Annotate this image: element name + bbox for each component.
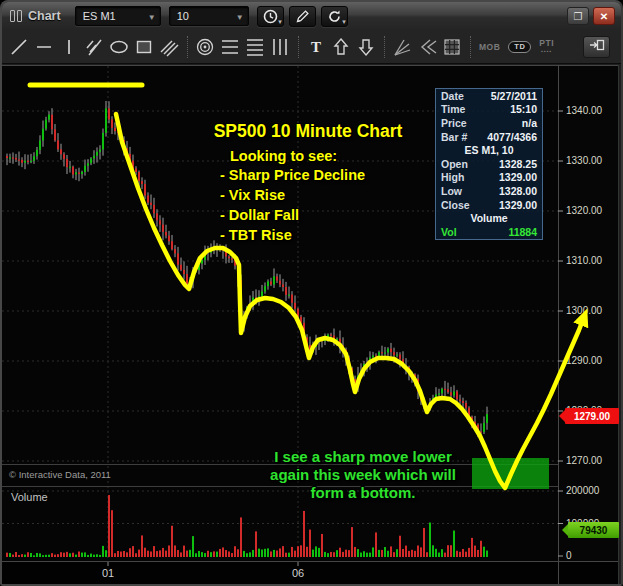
gann-fan-tool[interactable] xyxy=(390,35,413,59)
price-axis-label: 1310.00 xyxy=(566,255,602,266)
fib-retracement-icon xyxy=(219,36,241,58)
fib-timezones-icon xyxy=(269,36,291,58)
fib-fan-tool[interactable] xyxy=(415,35,438,59)
panel-field: Low1328.00 xyxy=(436,184,542,198)
mob-tool-icon: MOB xyxy=(479,43,500,51)
horizontal-line-icon xyxy=(33,36,55,58)
last-volume-tag: 79430 xyxy=(568,522,619,538)
price-axis-label: 1300.00 xyxy=(566,305,602,316)
gann-fan-icon xyxy=(391,36,413,58)
drawing-toolbar: TMOBTDPTI▪▪▪▪ xyxy=(2,30,621,64)
td-indicator[interactable]: TD xyxy=(505,35,534,59)
fib-circles-icon xyxy=(194,36,216,58)
pencil-icon xyxy=(295,9,310,24)
arrow-up-tool[interactable] xyxy=(329,35,352,59)
draw-button[interactable] xyxy=(289,6,316,27)
window-panes-icon xyxy=(10,10,22,22)
annotation-bullet: - Dollar Fall xyxy=(220,205,365,225)
price-axis-label: 1330.00 xyxy=(566,155,602,166)
rectangle-icon xyxy=(133,36,155,58)
interval-value: 10 xyxy=(177,10,189,22)
symbol-value: ES M1 xyxy=(83,10,116,22)
rectangle-tool[interactable] xyxy=(132,35,155,59)
symbol-dropdown[interactable]: ES M1 ▼ xyxy=(75,6,161,26)
chevron-down-icon: ▾ xyxy=(278,18,282,26)
text-tool-icon: T xyxy=(305,36,327,58)
arrow-down-tool[interactable] xyxy=(354,35,377,59)
chevron-down-icon: ▾ xyxy=(342,18,346,26)
panel-section-header: Volume xyxy=(436,211,542,225)
text-tool-tool[interactable]: T xyxy=(304,35,327,59)
time-axis-label: 06 xyxy=(286,567,310,579)
mob-tool[interactable]: MOB xyxy=(476,35,503,59)
arrow-down-icon xyxy=(355,36,377,58)
pitchfork-icon xyxy=(83,36,105,58)
annotation-headline: SP500 10 Minute Chart xyxy=(152,121,464,142)
pitchfork-tool[interactable] xyxy=(82,35,105,59)
chart-content: 1340.001330.001320.001310.001300.001290.… xyxy=(2,64,621,584)
horizontal-line-tool[interactable] xyxy=(32,35,55,59)
pti-tool-icon: PTI xyxy=(539,39,554,47)
panel-field: Date5/27/2011 xyxy=(436,89,542,103)
chevron-down-icon: ▼ xyxy=(148,13,156,22)
grid-tool[interactable] xyxy=(440,35,463,59)
refresh-icon xyxy=(327,9,342,24)
speed-lines-icon xyxy=(244,36,266,58)
close-icon: ✕ xyxy=(600,11,608,22)
green-note-line: again this week which will xyxy=(232,466,494,484)
volume-axis-label: 200000 xyxy=(566,485,599,496)
trendline-icon xyxy=(8,36,30,58)
fib-retracement-tool[interactable] xyxy=(218,35,241,59)
time-settings-button[interactable]: ▾ xyxy=(257,6,284,27)
panel-field: High1329.00 xyxy=(436,171,542,185)
pin-chart-button[interactable] xyxy=(583,36,610,58)
annotation-green-note: I see a sharp move loweragain this week … xyxy=(232,448,494,502)
time-axis-label: 01 xyxy=(96,567,120,579)
close-window-button[interactable]: ✕ xyxy=(593,7,615,25)
price-axis-label: 1290.00 xyxy=(566,355,602,366)
ellipse-tool[interactable] xyxy=(107,35,130,59)
quote-data-panel: Date5/27/2011Time15:10Pricen/aBar #4077/… xyxy=(435,88,543,240)
restore-window-button[interactable]: ❐ xyxy=(567,7,589,25)
trendline-tool[interactable] xyxy=(7,35,30,59)
pti-tool[interactable]: PTI▪▪▪▪ xyxy=(536,35,557,59)
toolbar-divider xyxy=(298,36,299,58)
annotation-subheading: Looking to see: xyxy=(230,148,337,164)
grid-icon xyxy=(441,36,463,58)
pin-window-icon xyxy=(589,38,605,56)
parallel-lines-tool[interactable] xyxy=(157,35,180,59)
panel-field: Time15:10 xyxy=(436,103,542,117)
panel-field: Open1328.25 xyxy=(436,157,542,171)
toolbar-divider xyxy=(470,36,471,58)
window-title: Chart xyxy=(28,9,61,23)
panel-field: Close1329.00 xyxy=(436,198,542,212)
fib-fan-icon xyxy=(416,36,438,58)
volume-axis-label: 0 xyxy=(566,550,572,561)
panel-section-header: ES M1, 10 xyxy=(436,143,542,157)
annotation-bullet-list: - Sharp Price Decline- Vix Rise- Dollar … xyxy=(220,165,365,245)
svg-text:T: T xyxy=(310,39,320,55)
toolbar-divider xyxy=(187,36,188,58)
parallel-lines-icon xyxy=(158,36,180,58)
restore-icon: ❐ xyxy=(574,11,583,22)
arrow-up-icon xyxy=(330,36,352,58)
copyright-notice: © Interactive Data, 2011 xyxy=(9,469,111,480)
annotation-bullet: - Sharp Price Decline xyxy=(220,165,365,185)
price-axis-label: 1340.00 xyxy=(566,105,602,116)
ellipse-icon xyxy=(108,36,130,58)
fib-circles-tool[interactable] xyxy=(193,35,216,59)
refresh-button[interactable]: ▾ xyxy=(321,6,348,27)
td-indicator-icon: TD xyxy=(508,41,531,53)
vertical-line-icon xyxy=(58,36,80,58)
fib-timezones-tool[interactable] xyxy=(268,35,291,59)
chart-window: Chart ES M1 ▼ 10 ▼ ▾ ▾ ❐ xyxy=(0,0,623,586)
panel-field: Bar #4077/4366 xyxy=(436,130,542,144)
vertical-line-tool[interactable] xyxy=(57,35,80,59)
toolbar-divider xyxy=(384,36,385,58)
annotation-bullet: - TBT Rise xyxy=(220,225,365,245)
annotation-bullet: - Vix Rise xyxy=(220,185,365,205)
panel-field: Pricen/a xyxy=(436,116,542,130)
interval-dropdown[interactable]: 10 ▼ xyxy=(169,6,249,26)
price-axis-label: 1320.00 xyxy=(566,205,602,216)
speed-lines-tool[interactable] xyxy=(243,35,266,59)
